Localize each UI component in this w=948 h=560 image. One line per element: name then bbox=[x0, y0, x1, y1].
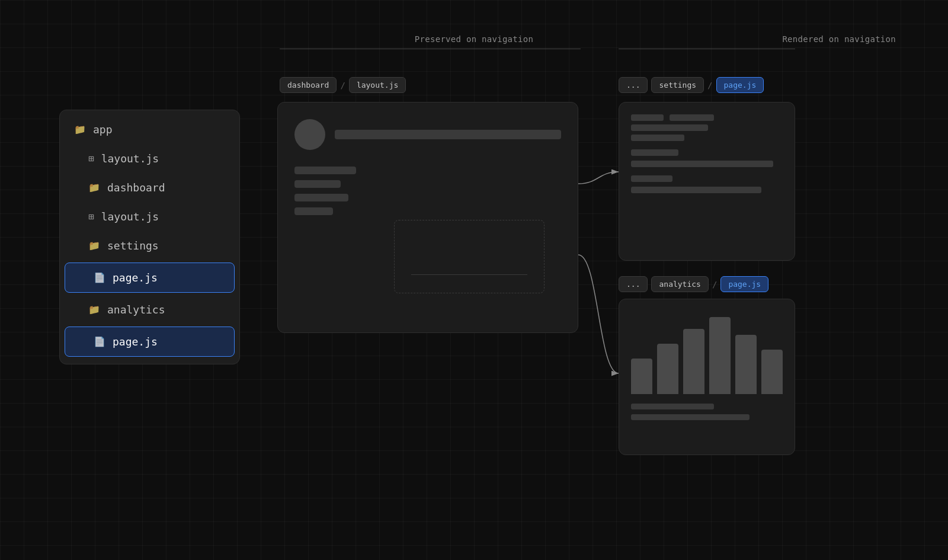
tree-item-layout1[interactable]: ⊞ layout.js bbox=[60, 144, 239, 173]
settings-block-1 bbox=[631, 114, 783, 141]
tree-label-app: app bbox=[93, 123, 113, 136]
bar-2 bbox=[657, 344, 678, 394]
bar-1 bbox=[631, 359, 652, 394]
rendered-label: Rendered on navigation bbox=[782, 34, 896, 44]
tree-item-pagejs1[interactable]: 📄 page.js bbox=[65, 263, 235, 293]
file-icon-2: 📄 bbox=[94, 336, 105, 347]
settings-block-2 bbox=[631, 149, 783, 167]
folder-icon-3: 📁 bbox=[88, 240, 100, 251]
tree-label-dashboard: dashboard bbox=[107, 181, 165, 194]
sidebar-mock bbox=[294, 167, 371, 310]
s-bar-8 bbox=[631, 187, 761, 193]
analytics-preview-card bbox=[619, 299, 795, 455]
tree-item-analytics[interactable]: 📁 analytics bbox=[60, 295, 239, 324]
arrow-to-settings bbox=[578, 172, 619, 184]
sep-1: / bbox=[340, 81, 345, 90]
layout-icon-2: ⊞ bbox=[88, 211, 94, 222]
pill-layoutjs[interactable]: layout.js bbox=[349, 77, 406, 93]
preserved-breadcrumb-row: dashboard / layout.js bbox=[280, 77, 406, 93]
tree-label-pagejs2: page.js bbox=[113, 335, 158, 348]
tree-label-pagejs1: page.js bbox=[113, 271, 158, 284]
s-bar-1 bbox=[631, 114, 664, 121]
settings-block-3 bbox=[631, 175, 783, 193]
file-icon-1: 📄 bbox=[94, 272, 105, 283]
s-bar-5 bbox=[631, 149, 678, 156]
rendered-settings-breadcrumb: ... settings / page.js bbox=[619, 77, 764, 93]
preserved-label: Preserved on navigation bbox=[415, 34, 533, 44]
folder-icon-2: 📁 bbox=[88, 182, 100, 193]
pill-settings[interactable]: settings bbox=[651, 77, 704, 93]
chart-lines bbox=[631, 404, 783, 420]
settings-preview-card bbox=[619, 102, 795, 261]
tree-label-analytics: analytics bbox=[107, 303, 165, 316]
main-container: Preserved on navigation Rendered on navi… bbox=[0, 0, 948, 560]
header-bar bbox=[335, 130, 561, 139]
s-bar-6 bbox=[631, 161, 773, 167]
file-tree-panel: 📁 app ⊞ layout.js 📁 dashboard ⊞ layout.j… bbox=[59, 110, 240, 364]
center-preview-card bbox=[277, 102, 578, 333]
bar-chart bbox=[631, 311, 783, 394]
tree-label-layout2: layout.js bbox=[101, 210, 159, 223]
chart-line-1 bbox=[631, 404, 714, 409]
layout-icon: ⊞ bbox=[88, 153, 94, 164]
sep-3: / bbox=[712, 280, 717, 289]
chart-line-2 bbox=[631, 414, 750, 420]
bar-5 bbox=[735, 335, 757, 394]
rendered-analytics-breadcrumb: ... analytics / page.js bbox=[619, 276, 768, 292]
card-header bbox=[294, 119, 561, 150]
sidebar-bar-4 bbox=[294, 207, 333, 215]
tree-item-layout2[interactable]: ⊞ layout.js bbox=[60, 202, 239, 231]
settings-title-row-1 bbox=[631, 114, 783, 121]
pill-pagejs-analytics[interactable]: page.js bbox=[720, 276, 768, 292]
bar-3 bbox=[683, 329, 704, 394]
preserved-bracket bbox=[280, 49, 581, 49]
s-bar-2 bbox=[670, 114, 714, 121]
folder-icon: 📁 bbox=[74, 124, 86, 135]
s-bar-7 bbox=[631, 175, 672, 182]
tree-item-dashboard[interactable]: 📁 dashboard bbox=[60, 173, 239, 202]
tree-item-pagejs2[interactable]: 📄 page.js bbox=[65, 327, 235, 357]
folder-icon-4: 📁 bbox=[88, 304, 100, 315]
pill-analytics[interactable]: analytics bbox=[651, 276, 708, 292]
tree-label-layout1: layout.js bbox=[101, 152, 159, 165]
content-line bbox=[411, 274, 527, 275]
sidebar-bar-1 bbox=[294, 167, 356, 174]
arrow-to-analytics bbox=[578, 255, 619, 373]
s-bar-3 bbox=[631, 124, 708, 131]
tree-item-app[interactable]: 📁 app bbox=[60, 115, 239, 144]
s-bar-4 bbox=[631, 135, 684, 141]
tree-label-settings: settings bbox=[107, 239, 159, 252]
pill-dots-2[interactable]: ... bbox=[619, 276, 648, 292]
rendered-bracket bbox=[619, 49, 795, 49]
pill-pagejs-settings[interactable]: page.js bbox=[716, 77, 764, 93]
content-area-dashed bbox=[394, 220, 545, 293]
sidebar-bar-2 bbox=[294, 180, 341, 188]
sidebar-bar-3 bbox=[294, 194, 348, 201]
sep-2: / bbox=[707, 81, 712, 90]
pill-dashboard[interactable]: dashboard bbox=[280, 77, 337, 93]
tree-item-settings[interactable]: 📁 settings bbox=[60, 231, 239, 260]
bar-6 bbox=[761, 350, 783, 394]
avatar bbox=[294, 119, 325, 150]
pill-dots-1[interactable]: ... bbox=[619, 77, 648, 93]
bar-4 bbox=[709, 317, 731, 394]
